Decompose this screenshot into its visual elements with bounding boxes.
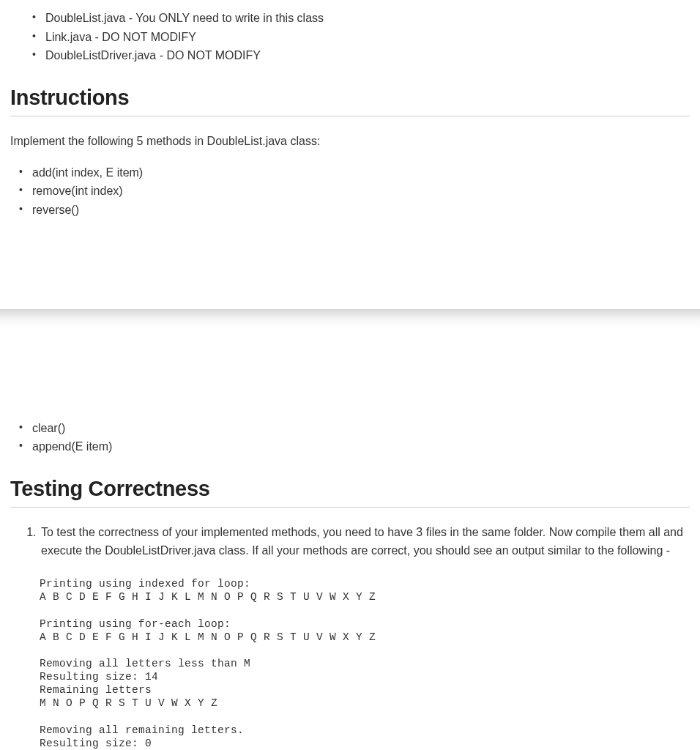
method-list-a: add(int index, E item) remove(int index)… bbox=[10, 163, 690, 220]
instructions-intro: Implement the following 5 methods in Dou… bbox=[10, 133, 690, 150]
list-item: DoubleListDriver.java - DO NOT MODIFY bbox=[28, 46, 690, 65]
page-break-divider bbox=[0, 309, 700, 330]
testing-heading: Testing Correctness bbox=[10, 477, 690, 508]
list-item: To test the correctness of your implemen… bbox=[40, 524, 690, 560]
list-item: add(int index, E item) bbox=[15, 163, 690, 182]
instructions-heading: Instructions bbox=[10, 86, 690, 116]
list-item: remove(int index) bbox=[15, 182, 690, 201]
list-item: Link.java - DO NOT MODIFY bbox=[28, 28, 690, 47]
document-content: DoubleList.java - You ONLY need to write… bbox=[0, 0, 700, 229]
document-content-continued: clear() append(E item) Testing Correctne… bbox=[0, 410, 700, 750]
list-item: append(E item) bbox=[15, 437, 690, 456]
testing-steps: To test the correctness of your implemen… bbox=[10, 524, 690, 560]
list-item: clear() bbox=[15, 419, 690, 438]
list-item: reverse() bbox=[15, 201, 690, 220]
file-list: DoubleList.java - You ONLY need to write… bbox=[10, 9, 690, 65]
method-list-b: clear() append(E item) bbox=[10, 419, 690, 456]
list-item: DoubleList.java - You ONLY need to write… bbox=[28, 9, 690, 28]
expected-output-code: Printing using indexed for loop: A B C D… bbox=[40, 577, 690, 750]
